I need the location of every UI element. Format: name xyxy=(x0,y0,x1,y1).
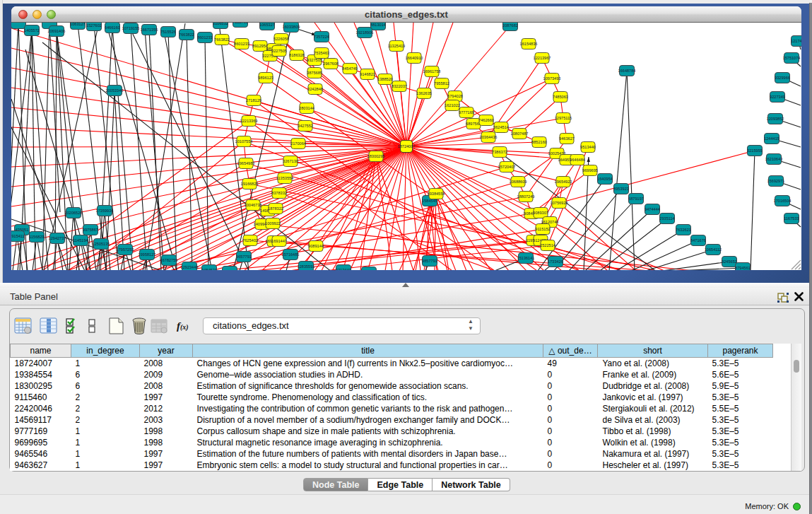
svg-text:9463627: 9463627 xyxy=(559,136,575,141)
svg-text:16648784: 16648784 xyxy=(618,69,636,73)
svg-text:8912954: 8912954 xyxy=(252,44,268,48)
svg-text:1009922: 1009922 xyxy=(265,221,281,226)
svg-text:16033809: 16033809 xyxy=(283,25,300,29)
svg-text:9313440: 9313440 xyxy=(336,268,351,270)
svg-text:17957253: 17957253 xyxy=(117,247,134,252)
svg-text:10654112: 10654112 xyxy=(705,247,722,252)
svg-text:8454749: 8454749 xyxy=(342,66,358,71)
svg-text:16671355: 16671355 xyxy=(141,28,158,32)
svg-text:2087682: 2087682 xyxy=(502,23,518,28)
svg-text:6794028: 6794028 xyxy=(447,94,463,98)
svg-text:6879197: 6879197 xyxy=(628,197,644,201)
svg-text:1691447: 1691447 xyxy=(271,239,287,243)
svg-text:7462660: 7462660 xyxy=(478,118,494,122)
svg-text:19654983: 19654983 xyxy=(237,161,255,165)
svg-text:5226058: 5226058 xyxy=(273,37,289,41)
svg-text:7515526: 7515526 xyxy=(160,30,176,34)
svg-text:3106532: 3106532 xyxy=(213,23,228,25)
svg-text:19654923: 19654923 xyxy=(555,180,572,184)
svg-text:7152760: 7152760 xyxy=(233,23,248,24)
svg-text:9089307: 9089307 xyxy=(533,211,548,215)
svg-text:17016504: 17016504 xyxy=(774,199,792,203)
svg-text:1362635: 1362635 xyxy=(416,91,432,95)
svg-text:3242848: 3242848 xyxy=(307,87,323,91)
svg-text:2170064: 2170064 xyxy=(290,141,306,146)
svg-text:7386372: 7386372 xyxy=(492,150,507,154)
svg-text:12213369: 12213369 xyxy=(240,119,258,123)
svg-text:3427552: 3427552 xyxy=(298,124,313,128)
svg-text:7663822: 7663822 xyxy=(214,37,230,42)
svg-text:9474444: 9474444 xyxy=(645,207,660,211)
svg-text:7663822: 7663822 xyxy=(179,33,194,37)
svg-text:1063127: 1063127 xyxy=(70,23,86,26)
svg-text:8953923: 8953923 xyxy=(613,187,629,191)
svg-text:16961758: 16961758 xyxy=(423,69,441,74)
svg-text:15720407: 15720407 xyxy=(498,165,516,169)
svg-text:9975867: 9975867 xyxy=(83,228,98,232)
svg-text:11353554: 11353554 xyxy=(276,176,293,180)
svg-text:12923448: 12923448 xyxy=(181,265,199,269)
svg-text:19958127: 19958127 xyxy=(139,252,156,257)
svg-text:2935114: 2935114 xyxy=(659,216,674,221)
svg-text:15136141: 15136141 xyxy=(517,256,535,260)
svg-text:8601233: 8601233 xyxy=(234,42,249,46)
svg-text:9089144: 9089144 xyxy=(308,244,324,248)
svg-text:9115152: 9115152 xyxy=(535,227,550,231)
svg-text:3875685: 3875685 xyxy=(307,71,322,75)
svg-text:9329966: 9329966 xyxy=(775,76,790,80)
svg-text:18300295: 18300295 xyxy=(367,154,385,158)
svg-text:7625402: 7625402 xyxy=(242,238,258,243)
svg-text:15751074: 15751074 xyxy=(783,56,801,60)
svg-text:7454918: 7454918 xyxy=(222,269,237,270)
svg-text:9699695: 9699695 xyxy=(582,168,598,173)
svg-text:20364436: 20364436 xyxy=(480,135,498,139)
svg-text:1388520: 1388520 xyxy=(377,77,393,81)
svg-text:8186328: 8186328 xyxy=(289,53,305,57)
svg-text:8322037: 8322037 xyxy=(392,84,407,88)
svg-text:1217403: 1217403 xyxy=(791,39,801,43)
svg-text:2967608: 2967608 xyxy=(323,62,339,66)
svg-text:7955812: 7955812 xyxy=(434,81,449,86)
svg-text:19384554: 19384554 xyxy=(428,192,445,196)
svg-text:3215955: 3215955 xyxy=(747,148,763,153)
svg-text:3915411: 3915411 xyxy=(11,234,25,238)
svg-text:18724007: 18724007 xyxy=(398,144,416,148)
svg-text:1156829: 1156829 xyxy=(29,235,44,239)
svg-text:16782759: 16782759 xyxy=(160,258,178,262)
svg-text:10107554: 10107554 xyxy=(235,139,253,144)
svg-text:9245652: 9245652 xyxy=(722,259,737,264)
svg-text:1244415: 1244415 xyxy=(764,136,779,141)
svg-text:8794561: 8794561 xyxy=(735,266,751,270)
svg-text:1405572: 1405572 xyxy=(24,28,40,33)
svg-text:7535463: 7535463 xyxy=(314,51,329,55)
svg-text:3624514: 3624514 xyxy=(493,125,509,129)
svg-text:7485063: 7485063 xyxy=(553,95,568,99)
svg-text:9227349: 9227349 xyxy=(770,95,785,99)
svg-text:19218906: 19218906 xyxy=(356,30,374,35)
svg-text:9857791: 9857791 xyxy=(422,259,437,263)
svg-text:9657791: 9657791 xyxy=(236,255,252,259)
svg-text:12942737: 12942737 xyxy=(49,236,66,240)
svg-text:2522514: 2522514 xyxy=(540,243,555,247)
svg-text:2803144: 2803144 xyxy=(299,106,314,110)
svg-text:8471676: 8471676 xyxy=(690,238,706,243)
svg-text:10719155: 10719155 xyxy=(122,26,140,30)
svg-text:7632621: 7632621 xyxy=(676,228,691,232)
svg-text:1640954: 1640954 xyxy=(597,177,613,181)
svg-text:10046738: 10046738 xyxy=(245,203,262,207)
svg-text:20691406: 20691406 xyxy=(48,29,66,33)
svg-text:8813014: 8813014 xyxy=(370,23,386,27)
svg-text:1167533: 1167533 xyxy=(784,216,799,221)
svg-text:10756928: 10756928 xyxy=(551,201,568,205)
svg-text:12505135: 12505135 xyxy=(93,242,110,246)
svg-text:3267130: 3267130 xyxy=(283,159,298,163)
svg-text:9896123: 9896123 xyxy=(258,76,273,80)
svg-text:12093852: 12093852 xyxy=(767,117,784,121)
svg-text:1527602: 1527602 xyxy=(86,23,102,28)
svg-text:6466160: 6466160 xyxy=(105,25,120,30)
svg-text:2718129: 2718129 xyxy=(246,98,261,103)
svg-text:3227505: 3227505 xyxy=(271,49,287,53)
svg-text:8601233: 8601233 xyxy=(197,35,213,40)
svg-text:16154836: 16154836 xyxy=(520,42,538,46)
svg-text:15692971: 15692971 xyxy=(767,179,785,183)
